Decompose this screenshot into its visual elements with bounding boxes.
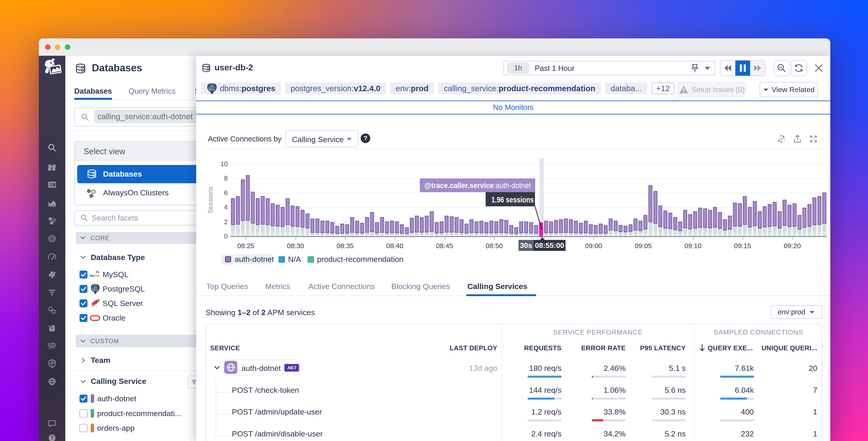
svg-text:09:05: 09:05: [634, 242, 652, 249]
svg-text:08:40: 08:40: [386, 242, 403, 249]
svg-text:08:45: 08:45: [436, 242, 453, 249]
svg-text:08:50: 08:50: [486, 242, 503, 249]
svg-text:08:55:00: 08:55:00: [535, 241, 564, 249]
svg-text:2: 2: [224, 218, 228, 226]
svg-text:08:30: 08:30: [287, 242, 304, 249]
svg-text:?: ?: [364, 135, 367, 142]
svg-text:09:00: 09:00: [585, 242, 602, 249]
svg-text:09:20: 09:20: [784, 242, 801, 249]
svg-text:8: 8: [224, 175, 228, 182]
svg-text:08:25: 08:25: [237, 242, 254, 249]
svg-text:@trace.caller.service:auth-dot: @trace.caller.service:auth-dotnet: [425, 181, 531, 190]
svg-text:09:10: 09:10: [684, 242, 702, 249]
svg-text:MySQL: MySQL: [90, 274, 100, 277]
svg-text:0: 0: [224, 233, 228, 240]
svg-text:10: 10: [220, 160, 228, 168]
svg-text:?: ?: [51, 435, 54, 441]
svg-text:6: 6: [224, 189, 228, 197]
svg-text:Sessions: Sessions: [207, 187, 214, 214]
svg-text:08:35: 08:35: [337, 242, 353, 249]
svg-text:09:15: 09:15: [734, 242, 751, 249]
svg-text:4: 4: [224, 204, 228, 211]
svg-text:30s: 30s: [520, 241, 532, 249]
svg-text:1.96 sessions: 1.96 sessions: [491, 195, 534, 204]
